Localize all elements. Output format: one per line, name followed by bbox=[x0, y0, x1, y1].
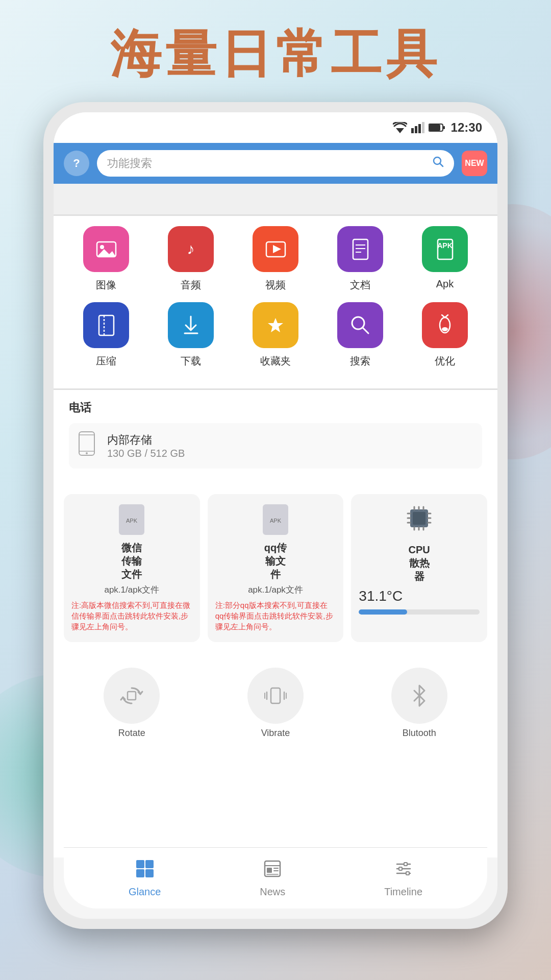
download-label: 下载 bbox=[181, 354, 201, 368]
qq-tool-card[interactable]: APK qq传输文件 apk.1/apk文件 注:部分qq版本搜索不到,可直接在… bbox=[208, 494, 344, 642]
search-icon[interactable] bbox=[433, 156, 444, 170]
category-apk[interactable]: APK Apk bbox=[408, 226, 482, 292]
battery-icon bbox=[429, 123, 445, 132]
wechat-subtitle: apk.1/apk文件 bbox=[71, 584, 192, 596]
category-download[interactable]: 下载 bbox=[154, 302, 228, 368]
svg-text:APK: APK bbox=[437, 241, 453, 250]
favorite-label: 收藏夹 bbox=[260, 354, 291, 368]
compress-icon bbox=[83, 302, 129, 348]
category-video[interactable]: 视频 bbox=[238, 226, 313, 292]
help-button[interactable]: ? bbox=[64, 151, 89, 176]
svg-point-32 bbox=[442, 327, 448, 331]
vibrate-icon bbox=[263, 683, 288, 708]
search-bar[interactable]: 功能搜索 bbox=[97, 150, 454, 177]
svg-text:APK: APK bbox=[126, 518, 138, 524]
phone-section-title: 电话 bbox=[69, 400, 482, 415]
category-favorite[interactable]: 收藏夹 bbox=[238, 302, 313, 368]
image-icon bbox=[83, 226, 129, 272]
category-image[interactable]: 图像 bbox=[69, 226, 143, 292]
wechat-title: 微信传输文件 bbox=[71, 541, 192, 581]
nav-timeline[interactable]: Timeline bbox=[384, 859, 422, 898]
svg-marker-12 bbox=[97, 249, 116, 257]
wechat-icon-area: APK bbox=[71, 504, 192, 535]
category-doc[interactable]: 文档 bbox=[323, 226, 397, 292]
qq-subtitle: apk.1/apk文件 bbox=[215, 584, 336, 596]
wechat-tool-card[interactable]: APK 微信传输文件 apk.1/apk文件 注:高版本微信搜索不到,可直接在微… bbox=[64, 494, 200, 642]
phone-icon bbox=[77, 431, 97, 461]
cpu-tool-card[interactable]: CPU散热器 31.1°C bbox=[351, 494, 487, 642]
nav-news[interactable]: News bbox=[260, 859, 285, 898]
qq-title: qq传输文件 bbox=[215, 541, 336, 581]
optimize-icon bbox=[422, 302, 468, 348]
phone-mockup: 12:30 ? 功能搜索 NEW bbox=[43, 102, 508, 929]
audio-label: 音频 bbox=[181, 278, 201, 292]
bottom-nav: Glance News bbox=[64, 847, 487, 909]
svg-point-36 bbox=[86, 452, 88, 454]
svg-rect-56 bbox=[271, 688, 280, 703]
vibrate-label: Vibrate bbox=[261, 728, 290, 739]
svg-marker-26 bbox=[268, 318, 283, 332]
phone-section: 电话 内部存储 130 GB / 512 GB bbox=[54, 390, 497, 479]
apk-label: Apk bbox=[436, 278, 454, 290]
rotate-label: Rotate bbox=[118, 728, 145, 739]
doc-label: 文档 bbox=[350, 278, 370, 292]
news-label: News bbox=[260, 886, 285, 898]
svg-rect-4 bbox=[422, 122, 424, 133]
svg-rect-7 bbox=[443, 126, 445, 129]
quick-tools: APK 微信传输文件 apk.1/apk文件 注:高版本微信搜索不到,可直接在微… bbox=[54, 484, 497, 652]
status-time: 12:30 bbox=[451, 120, 482, 135]
svg-rect-22 bbox=[99, 315, 114, 335]
header-bar: ? 功能搜索 NEW bbox=[54, 143, 497, 184]
temp-bar-fill bbox=[359, 609, 407, 615]
app-content[interactable]: ? 功能搜索 NEW bbox=[54, 143, 497, 857]
storage-info: 内部存储 130 GB / 512 GB bbox=[107, 432, 185, 459]
status-bar: 12:30 bbox=[54, 112, 497, 143]
svg-rect-67 bbox=[267, 868, 272, 873]
category-optimize[interactable]: 优化 bbox=[408, 302, 482, 368]
video-label: 视频 bbox=[265, 278, 286, 292]
phone-screen: 12:30 ? 功能搜索 NEW bbox=[54, 112, 497, 919]
rotate-icon bbox=[119, 683, 144, 708]
svg-rect-61 bbox=[136, 860, 144, 868]
category-compress[interactable]: 压缩 bbox=[69, 302, 143, 368]
timeline-icon bbox=[394, 859, 413, 883]
audio-icon: ♪ bbox=[168, 226, 214, 272]
actions-grid: Rotate Vibrate bbox=[64, 668, 487, 739]
svg-text:♪: ♪ bbox=[187, 240, 194, 257]
svg-line-9 bbox=[440, 163, 443, 166]
svg-rect-6 bbox=[429, 125, 440, 131]
temp-bar bbox=[359, 609, 480, 615]
svg-rect-74 bbox=[404, 863, 407, 866]
category-audio[interactable]: ♪ 音频 bbox=[154, 226, 228, 292]
glance-icon bbox=[135, 859, 155, 883]
storage-item[interactable]: 内部存储 130 GB / 512 GB bbox=[69, 423, 482, 469]
glance-label: Glance bbox=[129, 886, 161, 898]
nav-glance[interactable]: Glance bbox=[129, 859, 161, 898]
svg-rect-1 bbox=[411, 128, 414, 133]
svg-rect-2 bbox=[415, 126, 417, 133]
timeline-label: Timeline bbox=[384, 886, 422, 898]
action-bluetooth[interactable]: Blutooth bbox=[351, 668, 487, 739]
compress-label: 压缩 bbox=[96, 354, 116, 368]
categories-section: 图像 ♪ 音频 bbox=[54, 216, 497, 388]
categories-row1: 图像 ♪ 音频 bbox=[69, 226, 482, 292]
svg-line-28 bbox=[363, 328, 368, 333]
ad-banner bbox=[54, 184, 497, 214]
category-search[interactable]: 搜索 bbox=[323, 302, 397, 368]
rotate-circle bbox=[104, 668, 160, 724]
storage-name: 内部存储 bbox=[107, 432, 185, 448]
action-rotate[interactable]: Rotate bbox=[64, 668, 200, 739]
action-vibrate[interactable]: Vibrate bbox=[208, 668, 344, 739]
favorite-icon bbox=[253, 302, 298, 348]
svg-rect-3 bbox=[418, 124, 421, 133]
new-badge[interactable]: NEW bbox=[462, 151, 487, 176]
bluetooth-label: Blutooth bbox=[403, 728, 436, 739]
categories-row2: 压缩 下载 bbox=[69, 302, 482, 368]
svg-rect-64 bbox=[145, 869, 154, 877]
tools-grid: APK 微信传输文件 apk.1/apk文件 注:高版本微信搜索不到,可直接在微… bbox=[64, 494, 487, 642]
qq-icon-area: APK bbox=[215, 504, 336, 535]
storage-size: 130 GB / 512 GB bbox=[107, 448, 185, 459]
qq-desc: 注:部分qq版本搜索不到,可直接在qq传输界面点击跳转此软件安装,步骤见左上角问… bbox=[215, 600, 336, 632]
optimize-label: 优化 bbox=[435, 354, 455, 368]
svg-rect-62 bbox=[145, 860, 154, 868]
